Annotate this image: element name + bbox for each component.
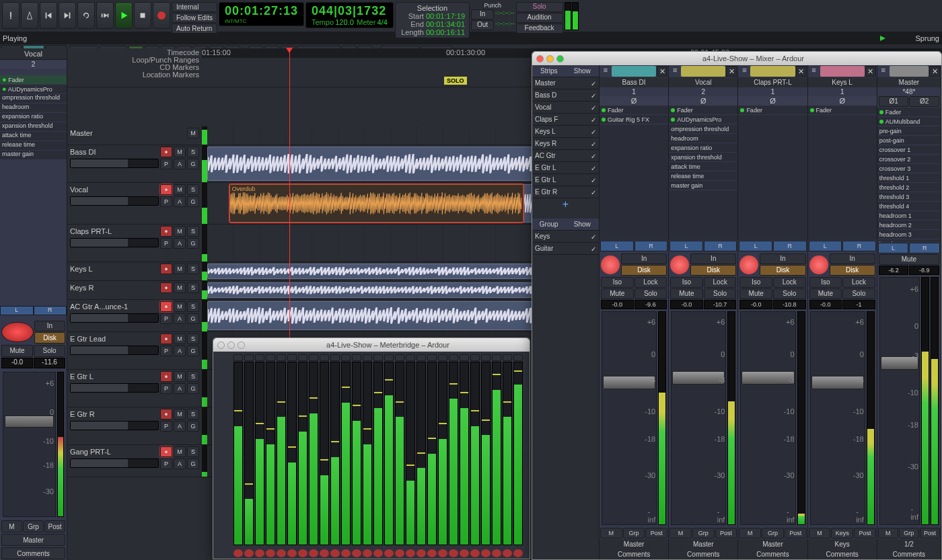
track-m-button[interactable]: M [174,409,186,419]
mb-mute[interactable] [492,354,501,361]
insert-slot[interactable]: Fader [877,108,941,117]
audition-button[interactable]: Audition [516,13,563,23]
channel-comments[interactable]: Comments [738,549,807,559]
channel-lock[interactable]: Lock [773,277,806,288]
strip-color[interactable] [681,66,725,77]
insert-slot[interactable]: ● Fader [0,75,67,85]
mb-mute[interactable] [244,354,254,361]
secondary-clock[interactable]: 044|03|1732 Tempo 120.0 Meter 4/4 [305,2,394,28]
channel-fader[interactable]: +60-3-10-18-30-inf [602,311,657,525]
channel-in[interactable]: In [621,253,667,264]
pan-l[interactable]: L [669,241,703,251]
track-a-button[interactable]: A [174,383,186,394]
strip-post-button[interactable]: Post [44,520,65,532]
channel-disk[interactable]: Disk [760,265,805,276]
strip-color[interactable] [750,66,795,77]
track-a-button[interactable]: A [174,313,186,324]
insert-slot[interactable]: headroom 3 [877,230,941,239]
mixer-strip-row[interactable]: Bass D [532,89,599,102]
channel-mute[interactable]: Mute [601,288,634,299]
foot-post[interactable]: Post [785,528,807,538]
strip-grp-button[interactable]: Grp [23,520,44,532]
channel-name[interactable]: Bass DI [600,77,668,87]
pan-l[interactable]: L [739,241,772,251]
mb-rec-button[interactable] [373,549,383,557]
track-name[interactable]: AC Gtr A...unce-1 [70,303,159,311]
phase-button[interactable]: Ø [600,96,668,106]
mb-mute[interactable] [255,354,264,361]
mb-rec-button[interactable] [503,549,512,557]
track-name[interactable]: E Gtr R [70,410,159,418]
track-a-button[interactable]: A [174,458,186,469]
track-a-button[interactable]: A [174,159,186,169]
strip-input-button[interactable]: In [34,321,65,332]
strip-solo-button[interactable]: Solo [34,345,65,357]
insert-slot[interactable]: release time [0,141,67,151]
minimize-icon[interactable] [227,342,235,349]
pan-r[interactable]: R [842,241,876,251]
mb-rec-button[interactable] [244,549,254,557]
track-m-button[interactable]: M [174,301,186,312]
mb-rec-button[interactable] [427,549,437,557]
track-name[interactable]: Master [70,129,186,137]
track-rec-button[interactable]: ● [160,409,172,419]
insert-slot[interactable]: Fader [600,106,668,115]
mb-rec-button[interactable] [438,549,447,557]
channel-iso[interactable]: Iso [809,277,842,288]
mb-rec-button[interactable] [266,549,275,557]
mb-mute[interactable] [287,354,297,361]
insert-slot[interactable]: threshold 3 [877,192,941,202]
strip-gain-value[interactable]: -0.0 [1,358,33,368]
channel-output[interactable]: Keys [808,539,877,549]
insert-slot[interactable]: attack time [669,162,737,171]
insert-slot[interactable]: AUDynamicsPro [669,115,737,124]
peak-value[interactable]: -10.7 [704,300,737,309]
strip-hide[interactable]: ✕ [796,66,807,77]
stop-button[interactable] [134,2,151,29]
insert-slot[interactable]: post-gain [877,136,941,145]
peak-value[interactable]: -8.9 [909,266,939,275]
mb-mute[interactable] [363,354,372,361]
insert-slot[interactable]: ● AUDynamicsPro [0,85,67,94]
track-s-button[interactable]: S [187,371,199,382]
channel-iso[interactable]: Iso [601,277,634,288]
feedback-button[interactable]: Feedback [516,24,563,34]
follow-edits-button[interactable]: Follow Edits [172,13,217,23]
channel-rec[interactable] [670,255,689,274]
track-name[interactable]: Keys R [70,284,159,292]
track-name[interactable]: Claps PRT-L [70,227,159,235]
meterbridge-window[interactable]: a4-Live-Show – Meterbridge – Ardour +30-… [213,337,530,559]
strip-color[interactable] [612,66,656,77]
track-m-button[interactable]: M [174,184,186,195]
insert-slot[interactable]: headroom 1 [877,211,941,221]
insert-slot[interactable]: threshold 1 [877,173,941,183]
primary-clock[interactable]: 00:01:27:13 INT/MTC [219,2,304,26]
mb-mute[interactable] [233,354,243,361]
track-name[interactable]: Keys L [70,265,159,273]
track-fader[interactable] [70,159,159,168]
insert-slot[interactable]: ompression threshold [669,124,737,134]
insert-slot[interactable]: crossover 1 [877,145,941,155]
channel-solo[interactable]: Solo [842,288,875,299]
track-p-button[interactable]: P [160,196,172,207]
channel-name[interactable]: Claps PRT-L [738,77,807,87]
track-name[interactable]: E Gtr L [70,372,159,381]
track-a-button[interactable]: A [174,346,186,356]
track-rec-button[interactable]: ● [160,446,172,457]
mb-rec-button[interactable] [363,549,372,557]
foot-grp[interactable]: Grp [692,528,715,538]
track-g-button[interactable]: G [187,313,199,324]
foot-grp[interactable]: Grp [762,528,784,538]
track-g-button[interactable]: G [187,346,199,356]
insert-slot[interactable]: Fader [808,106,877,115]
mb-mute[interactable] [427,354,437,361]
channel-output[interactable]: Master [738,539,807,549]
mb-rec-button[interactable] [287,549,297,557]
channel-lock[interactable]: Lock [704,277,737,288]
insert-slot[interactable]: headroom [669,134,737,143]
mb-mute[interactable] [277,354,286,361]
channel-name[interactable]: Master [877,77,941,87]
channel-solo[interactable]: Solo [635,288,667,299]
mb-rec-button[interactable] [513,549,523,557]
track-rec-button[interactable]: ● [160,301,172,312]
